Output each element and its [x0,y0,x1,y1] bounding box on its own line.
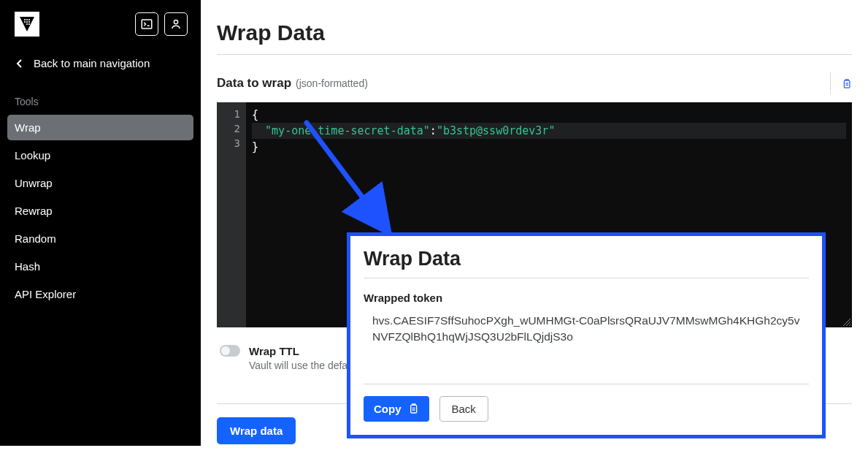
nav-items: Wrap Lookup Unwrap Rewrap Random Hash AP… [0,115,201,309]
copy-button[interactable]: Copy [364,396,429,422]
vault-logo [15,12,39,37]
overlay-title: Wrap Data [364,248,809,278]
sidebar-item-hash[interactable]: Hash [7,254,193,279]
gutter: 123 [217,102,246,327]
svg-point-1 [26,19,28,20]
sidebar-item-wrap[interactable]: Wrap [7,115,193,140]
svg-point-4 [26,21,28,23]
svg-point-2 [28,19,30,20]
svg-point-3 [24,21,26,23]
back-nav-label: Back to main navigation [34,57,150,69]
sidebar-item-unwrap[interactable]: Unwrap [7,170,193,196]
result-overlay: Wrap Data Wrapped token hvs.CAESIF7SffSu… [347,232,826,438]
sidebar-top [0,0,201,44]
wrap-ttl-label: Wrap TTL [249,345,353,357]
wrap-ttl-toggle[interactable] [220,345,240,357]
overlay-section-label: Wrapped token [364,278,809,313]
page-title: Wrap Data [217,20,852,55]
section-header: Data to wrap (json-formatted) [217,55,852,102]
sidebar-item-rewrap[interactable]: Rewrap [7,198,193,224]
svg-point-7 [28,23,30,25]
svg-rect-10 [844,80,850,88]
top-icons [135,12,188,36]
sidebar: Back to main navigation Tools Wrap Looku… [0,0,201,446]
svg-point-5 [28,21,30,23]
terminal-button[interactable] [135,12,158,36]
wrapped-token-value: hvs.CAESIF7SffSuhocPXgh_wUMHMGt-C0aPlsrs… [364,313,809,384]
clipboard-icon [841,77,852,90]
overlay-buttons: Copy Back [364,384,809,422]
sidebar-item-api-explorer[interactable]: API Explorer [7,281,193,307]
chevron-left-icon [16,58,23,69]
wrap-ttl-hint: Vault will use the defau [249,360,353,371]
section-hint: (json-formatted) [296,77,368,89]
user-button[interactable] [164,12,188,36]
svg-rect-11 [410,406,416,414]
back-button[interactable]: Back [439,396,488,422]
copy-json-button[interactable] [830,72,852,94]
svg-rect-8 [142,20,152,28]
svg-point-9 [174,20,177,23]
sidebar-section-label: Tools [0,83,201,115]
wrap-data-button[interactable]: Wrap data [217,417,296,444]
sidebar-item-random[interactable]: Random [7,226,193,251]
svg-point-0 [24,19,26,20]
clipboard-icon [407,403,419,414]
section-title: Data to wrap [217,76,291,91]
svg-point-6 [26,23,28,25]
sidebar-item-lookup[interactable]: Lookup [7,142,193,168]
back-nav[interactable]: Back to main navigation [0,44,201,83]
resize-handle-icon[interactable] [842,317,852,327]
